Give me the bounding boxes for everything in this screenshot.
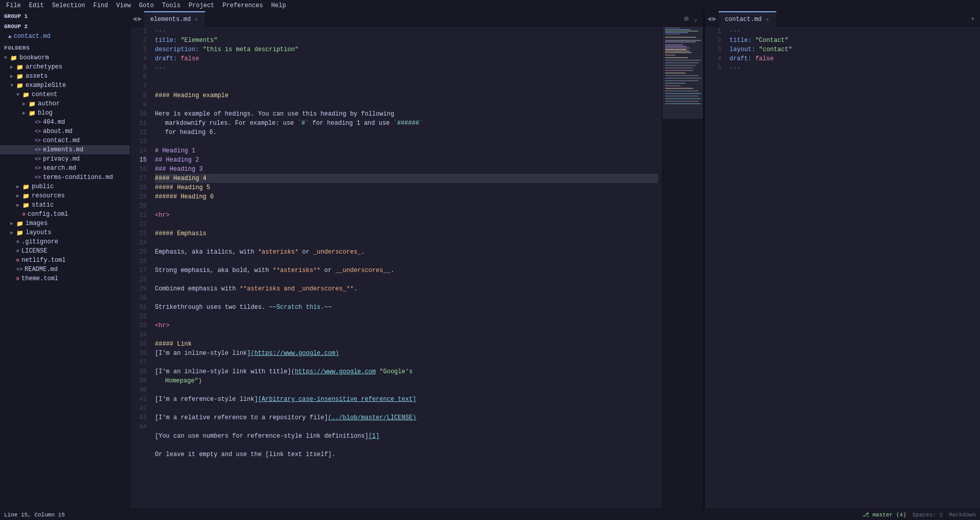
tree-examplesite[interactable]: ▼ 📁 exampleSite	[0, 81, 130, 90]
label-termsmd: terms-conditions.md	[43, 174, 113, 181]
tree-searchmd[interactable]: ▶ <> search.md	[0, 164, 130, 173]
menu-project[interactable]: Project	[185, 1, 218, 10]
tree-bookworm[interactable]: ▼ 📁 bookworm	[0, 53, 130, 62]
icon-readmemd: <>	[16, 267, 22, 273]
tree-content[interactable]: ▼ 📁 content	[0, 90, 130, 99]
tree-archetypes[interactable]: ▶ 📁 archetypes	[0, 62, 130, 72]
tree-termsmd[interactable]: ▶ <> terms-conditions.md	[0, 173, 130, 182]
split-action[interactable]: ⊞	[682, 13, 690, 24]
rcode-5: ---	[730, 63, 976, 73]
ln-37: 37	[134, 358, 147, 367]
tree-aboutmd[interactable]: ▶ <> about.md	[0, 127, 130, 136]
tree-gitignore[interactable]: ▶ ≡ .gitignore	[0, 237, 130, 246]
tree-layouts[interactable]: ▶ 📁 layouts	[0, 228, 130, 237]
label-configtoml: config.toml	[28, 211, 68, 218]
ln-30: 30	[134, 293, 147, 303]
tree-license[interactable]: ▶ ≡ LICENSE	[0, 246, 130, 256]
label-elementsmd: elements.md	[43, 146, 83, 153]
tab-elementsmd[interactable]: elements.md ✕	[144, 11, 206, 27]
code-20	[155, 220, 658, 229]
line-numbers-right: 1 2 3 4 5	[705, 27, 725, 520]
tree-author[interactable]: ▶ 📁 author	[0, 99, 130, 108]
ln-25: 25	[134, 247, 147, 257]
menu-help[interactable]: Help	[267, 1, 290, 10]
tab-elementsmd-close[interactable]: ✕	[194, 16, 199, 23]
status-right: ⎇ master (4) Spaces: 2 Markdown	[862, 511, 976, 518]
menu-selection[interactable]: Selection	[48, 1, 89, 10]
tab-contactmd-close[interactable]: ✕	[765, 16, 770, 23]
pane-right-arrow[interactable]: ◀	[707, 14, 711, 23]
label-aboutmd: about.md	[43, 128, 73, 135]
code-editor-right[interactable]: 1 2 3 4 5 --- title: "Contact" layout: "…	[705, 27, 980, 520]
ln-19: 19	[134, 192, 147, 201]
status-branch: ⎇ master (4)	[862, 511, 906, 518]
code-40: [I'm a relative reference to a repositor…	[155, 413, 658, 422]
status-language: Markdown	[949, 512, 976, 518]
code-17: ###### Heading 6	[155, 192, 658, 201]
menu-tools[interactable]: Tools	[158, 1, 185, 10]
tree-blog[interactable]: ▶ 📁 blog	[0, 108, 130, 118]
pane-right-arrow2[interactable]: ▶	[712, 14, 716, 23]
pane-left-arrow2[interactable]: ▶	[138, 14, 142, 23]
rcode-2: title: "Contact"	[730, 36, 976, 45]
ln-31: 31	[134, 303, 147, 312]
menu-find[interactable]: Find	[89, 1, 112, 10]
menu-edit[interactable]: Edit	[25, 1, 48, 10]
code-1: ---	[155, 27, 658, 36]
add-tab-right[interactable]: +	[969, 14, 977, 24]
tree-privacymd[interactable]: ▶ <> privacy.md	[0, 154, 130, 164]
code-23: Emphasis, aka italics, with *asterisks* …	[155, 247, 658, 257]
label-blog: blog	[38, 109, 53, 117]
code-editor-left[interactable]: 1 2 3 4 5 6 7 8 9 10 11 12 13 14	[130, 27, 662, 520]
group1-header[interactable]: GROUP 1	[0, 11, 130, 21]
menu-goto[interactable]: Goto	[135, 1, 158, 10]
tree-themetoml[interactable]: ▶ ⚙ theme.toml	[0, 274, 130, 283]
more-action[interactable]: ⌄	[692, 13, 700, 24]
code-3: description: "this is meta description"	[155, 45, 658, 54]
tree-configtoml[interactable]: ▶ ⚙ config.toml	[0, 210, 130, 219]
tree-assets[interactable]: ▶ 📁 assets	[0, 72, 130, 81]
open-file-label: contact.md	[14, 33, 51, 40]
label-examplesite: exampleSite	[26, 82, 66, 89]
rln-5: 5	[709, 63, 721, 73]
rcode-1: ---	[730, 27, 976, 36]
tree-images[interactable]: ▶ 📁 images	[0, 219, 130, 228]
open-file-item[interactable]: ◈ contact.md	[0, 32, 130, 41]
arrow-public: ▶	[16, 184, 22, 190]
tab-contactmd[interactable]: contact.md ✕	[719, 11, 777, 27]
menubar: File Edit Selection Find View Goto Tools…	[0, 0, 980, 11]
menu-preferences[interactable]: Preferences	[218, 1, 267, 10]
code-8: #### Heading example	[155, 91, 658, 100]
ln-20: 20	[134, 201, 147, 211]
pane-left-arrow[interactable]: ◀	[132, 14, 136, 23]
ln-7: 7	[134, 82, 147, 91]
menu-file[interactable]: File	[2, 1, 25, 10]
folders-header: FOLDERS	[0, 43, 130, 53]
tree-static[interactable]: ▶ 📁 static	[0, 200, 130, 210]
group2-header[interactable]: GROUP 2	[0, 21, 130, 32]
code-24	[155, 257, 658, 266]
tree-resources[interactable]: ▶ 📁 resources	[0, 191, 130, 200]
code-area-left: --- title: "Elements" description: "this…	[151, 27, 662, 520]
ln-26: 26	[134, 257, 147, 266]
code-7	[155, 82, 658, 91]
arrow-content: ▼	[16, 92, 22, 98]
icon-archetypes: 📁	[16, 64, 24, 71]
code-34: [I'm an inline-style link](https://www.g…	[155, 349, 658, 358]
tab-elementsmd-label: elements.md	[150, 16, 191, 23]
label-gitignore: .gitignore	[21, 238, 58, 245]
tree-contactmd[interactable]: ▶ <> contact.md	[0, 136, 130, 145]
menu-view[interactable]: View	[112, 1, 135, 10]
tree-404[interactable]: ▶ <> 404.md	[0, 118, 130, 127]
tree-readmemd[interactable]: ▶ <> README.md	[0, 265, 130, 274]
tree-public[interactable]: ▶ 📁 public	[0, 182, 130, 191]
code-10b: markdownify rules. For example: use `#` …	[155, 119, 658, 128]
icon-resources: 📁	[22, 193, 30, 199]
label-readmemd: README.md	[25, 266, 58, 273]
tree-elementsmd[interactable]: ▶ <> elements.md	[0, 145, 130, 154]
rln-4: 4	[709, 54, 721, 63]
icon-termsmd: <>	[35, 175, 41, 180]
tree-netlifytoml[interactable]: ▶ ⚙ netlify.toml	[0, 256, 130, 265]
ln-2: 2	[134, 36, 147, 45]
status-left: Line 15, Column 15	[4, 512, 65, 518]
